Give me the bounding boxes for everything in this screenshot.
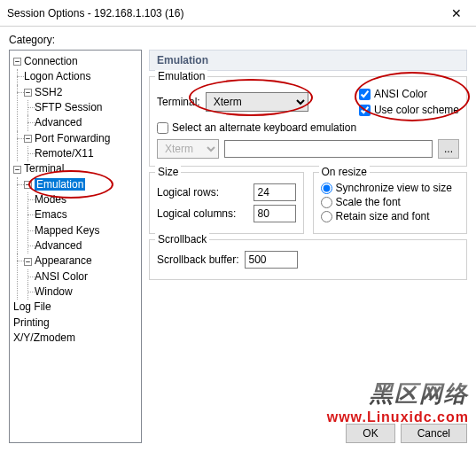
tree-connection[interactable]: Connection bbox=[24, 55, 78, 67]
tree-sftp-session[interactable]: SFTP Session bbox=[35, 101, 102, 113]
ansi-color-checkbox[interactable]: ANSI Color bbox=[359, 88, 459, 100]
cancel-button[interactable]: Cancel bbox=[401, 424, 467, 443]
category-tree[interactable]: −Connection Logon Actions −SSH2 SFTP Ses… bbox=[9, 50, 142, 443]
tree-printing[interactable]: Printing bbox=[13, 316, 50, 329]
button-row: OK Cancel bbox=[149, 417, 467, 443]
tree-appearance[interactable]: Appearance bbox=[35, 255, 92, 268]
tree-port-forwarding[interactable]: Port Forwarding bbox=[35, 132, 110, 144]
logical-cols-label: Logical columns: bbox=[157, 207, 236, 220]
group-label: Scrollback bbox=[155, 233, 209, 245]
tree-terminal[interactable]: Terminal bbox=[24, 163, 64, 175]
logical-rows-input[interactable] bbox=[254, 183, 296, 201]
emulation-group: Emulation Terminal: Xterm ANSI Color bbox=[149, 76, 467, 167]
window-title: Session Options - 192.168.1.103 (16) bbox=[7, 7, 183, 19]
resize-group: On resize Synchronize view to size Scale… bbox=[313, 172, 468, 234]
group-label: On resize bbox=[319, 166, 370, 178]
retain-radio[interactable]: Retain size and font bbox=[321, 210, 460, 222]
tree-window[interactable]: Window bbox=[35, 285, 73, 298]
sync-radio[interactable]: Synchronize view to size bbox=[321, 182, 460, 194]
tree-emulation[interactable]: Emulation bbox=[35, 178, 85, 191]
alt-keyboard-checkbox[interactable]: Select an alternate keyboard emulation bbox=[157, 121, 459, 134]
tree-ansi-color[interactable]: ANSI Color bbox=[35, 270, 88, 283]
logical-rows-label: Logical rows: bbox=[157, 186, 219, 199]
tree-logon-actions[interactable]: Logon Actions bbox=[24, 71, 90, 83]
tree-mapped-keys[interactable]: Mapped Keys bbox=[35, 224, 99, 237]
tree-advanced2[interactable]: Advanced bbox=[35, 239, 82, 252]
logical-cols-input[interactable] bbox=[254, 205, 296, 222]
expander-icon[interactable]: − bbox=[24, 89, 32, 97]
close-button[interactable]: ✕ bbox=[436, 0, 476, 27]
tree-emacs[interactable]: Emacs bbox=[35, 209, 67, 222]
terminal-select[interactable]: Xterm bbox=[206, 92, 308, 112]
main-area: −Connection Logon Actions −SSH2 SFTP Ses… bbox=[9, 50, 467, 443]
panel-title: Emulation bbox=[149, 50, 467, 71]
alt-keyboard-input[interactable] bbox=[157, 122, 168, 134]
use-color-scheme-checkbox[interactable]: Use color scheme bbox=[359, 104, 459, 116]
scrollback-input[interactable] bbox=[245, 251, 298, 269]
alt-keyboard-select: Xterm bbox=[157, 139, 219, 159]
ok-button[interactable]: OK bbox=[346, 424, 394, 443]
scrollback-group: Scrollback Scrollback buffer: bbox=[149, 239, 467, 280]
tree-remote-x11[interactable]: Remote/X11 bbox=[35, 147, 94, 160]
expander-icon[interactable]: − bbox=[24, 135, 32, 143]
ansi-color-input[interactable] bbox=[359, 89, 371, 100]
tree-modes[interactable]: Modes bbox=[35, 193, 66, 206]
expander-icon[interactable]: − bbox=[13, 166, 21, 174]
scrollback-label: Scrollback buffer: bbox=[157, 253, 239, 266]
group-label: Emulation bbox=[155, 70, 207, 82]
terminal-label: Terminal: bbox=[157, 96, 200, 108]
expander-icon[interactable]: − bbox=[24, 258, 32, 266]
tree-log-file[interactable]: Log File bbox=[13, 301, 51, 314]
tree-advanced[interactable]: Advanced bbox=[35, 117, 82, 129]
titlebar: Session Options - 192.168.1.103 (16) ✕ bbox=[0, 0, 476, 27]
expander-icon[interactable]: − bbox=[13, 58, 21, 66]
content-area: Category: −Connection Logon Actions −SSH… bbox=[0, 27, 476, 452]
browse-button[interactable]: ... bbox=[438, 139, 459, 159]
tree-ssh2[interactable]: SSH2 bbox=[35, 86, 62, 98]
scale-radio[interactable]: Scale the font bbox=[321, 196, 460, 208]
use-color-scheme-input[interactable] bbox=[359, 105, 371, 116]
group-label: Size bbox=[155, 166, 181, 178]
category-label: Category: bbox=[9, 34, 467, 46]
alt-keyboard-path bbox=[224, 140, 433, 158]
right-panel: Emulation Emulation Terminal: Xterm ANSI… bbox=[149, 50, 467, 443]
expander-icon[interactable]: − bbox=[24, 181, 32, 189]
tree-xyzmodem[interactable]: X/Y/Zmodem bbox=[13, 331, 75, 344]
size-group: Size Logical rows: Logical columns: bbox=[149, 172, 304, 234]
